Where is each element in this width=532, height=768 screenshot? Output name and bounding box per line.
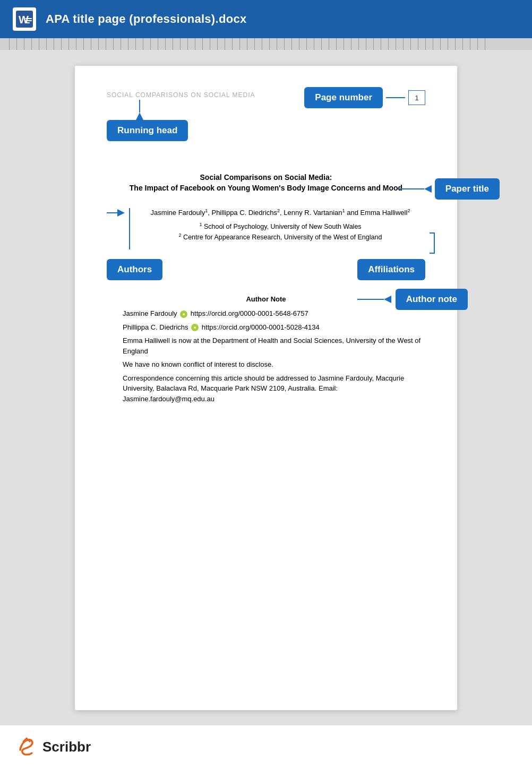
svg-rect-3	[25, 20, 32, 21]
page-number-value: 1	[415, 94, 418, 102]
authors-bracket	[129, 208, 130, 249]
ruler: // render ruler ticks inline document.cu…	[0, 38, 532, 50]
running-head-text: SOCIAL COMPARISONS ON SOCIAL MEDIA	[107, 91, 255, 99]
footer: Scribbr	[0, 725, 532, 768]
author-note-line-4: We have no known conflict of interest to…	[107, 359, 425, 370]
author-note-connector-h	[357, 299, 384, 300]
affiliation-2: 2 Centre for Appearance Research, Univer…	[135, 232, 425, 241]
authors-badge: Authors	[107, 259, 162, 280]
paper-title-connector-h	[398, 188, 424, 189]
authors-connector-h	[107, 212, 117, 213]
paper-main-title: The Impact of Facebook on Young Women's …	[107, 184, 425, 192]
authors-arrow	[117, 209, 125, 217]
running-head-arrow	[136, 113, 143, 120]
svg-text:W: W	[19, 14, 29, 25]
running-head-badge: Running head	[107, 120, 188, 141]
orcid-icon-2: ●	[191, 324, 199, 331]
author-note-arrow	[384, 296, 391, 303]
affiliations-badge: Affiliations	[357, 259, 425, 280]
author-note-section: Author Note Author note Jasmine Fardouly…	[107, 295, 425, 404]
author-note-title: Author Note	[246, 295, 286, 303]
page-number-connector-h	[386, 97, 405, 98]
scribbr-logo: Scribbr	[16, 735, 91, 758]
author-note-line-1: Jasmine Fardouly ● https://orcid.org/000…	[107, 308, 425, 319]
author-note-badge: Author note	[396, 289, 468, 310]
page-number-box: 1	[408, 90, 425, 105]
author-note-line-3: Emma Halliwell is now at the Department …	[107, 335, 425, 356]
title-section: Social Comparisons on Social Media: The …	[107, 173, 425, 192]
affiliation-1: 1 School of Psychology, University of Ne…	[135, 222, 425, 230]
running-head-connector-v	[139, 100, 140, 113]
paper-title-badge: Paper title	[435, 178, 500, 200]
paper-subtitle: Social Comparisons on Social Media:	[107, 173, 425, 182]
document-page: SOCIAL COMPARISONS ON SOCIAL MEDIA Runni…	[75, 66, 457, 710]
page-wrapper: SOCIAL COMPARISONS ON SOCIAL MEDIA Runni…	[0, 50, 532, 721]
author-note-line-5: Correspondence concerning this article s…	[107, 373, 425, 404]
orcid-icon-1: ●	[180, 310, 187, 318]
scribbr-brand-name: Scribbr	[42, 739, 91, 755]
paper-title-arrow	[424, 185, 432, 193]
svg-rect-2	[25, 18, 32, 19]
scribbr-icon	[16, 735, 37, 758]
top-bar: W APA title page (professionals).docx	[0, 0, 532, 38]
word-icon: W	[13, 7, 36, 31]
page-number-badge: Page number	[304, 87, 383, 108]
svg-rect-4	[25, 22, 30, 23]
authors-line: Jasmine Fardouly1, Phillippa C. Diedrich…	[135, 208, 425, 217]
affiliation-bracket	[430, 232, 435, 254]
author-note-line-2: Phillippa C. Diedrichs ● https://orcid.o…	[107, 322, 425, 333]
document-title: APA title page (professionals).docx	[46, 12, 246, 26]
